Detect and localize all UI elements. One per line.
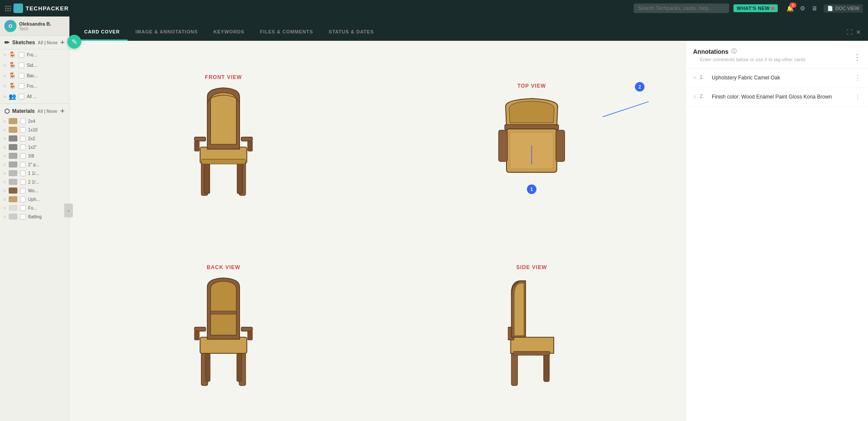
material-swatch [9, 144, 17, 150]
material-item-6[interactable]: ≡ 2" p... [0, 160, 69, 169]
sketch-item-5[interactable]: ≡ 👥 All ... [0, 91, 69, 102]
front-view-chair [183, 85, 264, 197]
svg-rect-12 [499, 130, 507, 161]
monitor-icon[interactable]: 🖥 [812, 5, 818, 12]
svg-rect-9 [248, 141, 253, 151]
material-item-7[interactable]: ≡ 1 1/... [0, 169, 69, 178]
content-row: FRONT VIEW [69, 41, 868, 421]
topbar: TECHPACKER WHAT'S NEW 🔔 5 ⚙ 🖥 📄 DOC VIEW [0, 0, 868, 16]
svg-rect-14 [510, 132, 553, 169]
side-view-label: SIDE VIEW [516, 264, 547, 270]
material-swatch [9, 153, 17, 159]
annotation-item-2: ≡ 2. Finish color: Wood Enamel Paint Glo… [686, 88, 868, 107]
tab-bar: CARD COVER IMAGE & ANNOTATIONS KEYWORDS … [69, 16, 868, 41]
sketches-title: ✏ Sketches All | None [4, 39, 58, 46]
material-swatch [9, 161, 17, 168]
app-icon [13, 3, 23, 13]
annotation-more-menu-2[interactable]: ⋮ [854, 93, 861, 101]
material-item-2[interactable]: ≡ 1x10 [0, 125, 69, 134]
annotations-info-icon[interactable]: ⓘ [731, 48, 736, 55]
left-sidebar: O Oleksandra B. Tech ✏ Sketches All | No… [0, 16, 69, 421]
material-item-10[interactable]: ≡ Uph... [0, 195, 69, 204]
svg-rect-22 [194, 327, 206, 331]
material-item-12[interactable]: ≡ Batting [0, 212, 69, 221]
top-view-chair [488, 93, 575, 189]
add-material-icon[interactable]: + [60, 107, 65, 115]
svg-rect-3 [237, 163, 243, 194]
annotation-number-2: 2. [700, 93, 708, 99]
material-item-3[interactable]: ≡ 2x2 [0, 134, 69, 143]
search-input[interactable] [634, 3, 729, 13]
settings-icon[interactable]: ⚙ [800, 5, 806, 12]
annotations-subtitle: Enter comments below or use # to tag oth… [693, 55, 812, 66]
edit-fab[interactable]: ✎ [67, 35, 81, 49]
user-name: Oleksandra B. [19, 21, 51, 26]
svg-line-15 [602, 102, 649, 117]
annotation-more-menu-1[interactable]: ⋮ [854, 74, 861, 82]
material-swatch [9, 118, 17, 124]
svg-rect-19 [205, 353, 210, 382]
svg-rect-8 [194, 141, 199, 151]
annotations-title: Annotations ⓘ [693, 48, 812, 55]
avatar: O [4, 20, 16, 32]
main-area: CARD COVER IMAGE & ANNOTATIONS KEYWORDS … [69, 16, 868, 421]
back-view-label: BACK VIEW [207, 264, 240, 270]
sketch-item-3[interactable]: ≡ 🪑 Bac... [0, 70, 69, 81]
material-swatch [9, 205, 17, 211]
material-swatch [9, 127, 17, 133]
annotation-number-1: 1. [700, 74, 708, 80]
whats-new-dot [771, 7, 774, 10]
material-item-1[interactable]: ≡ 2x4 [0, 117, 69, 125]
fullscreen-icon[interactable]: ⛶ [846, 29, 852, 36]
back-view-cell: BACK VIEW [69, 231, 378, 421]
material-item-11[interactable]: ≡ Fo... [0, 204, 69, 212]
top-view-label: TOP VIEW [517, 83, 546, 89]
annotation-text-1: Upholstery Fabric Camel Oak [712, 74, 851, 82]
svg-rect-23 [241, 327, 253, 331]
side-view-chair [491, 275, 572, 388]
user-tag: Tech [19, 26, 51, 31]
material-swatch [9, 196, 17, 202]
app-logo: TECHPACKER [5, 3, 69, 13]
svg-rect-13 [556, 130, 565, 161]
annotation-text-2: Finish color: Wood Enamel Paint Gloss Ko… [712, 93, 851, 101]
topbar-icons: 🔔 5 ⚙ 🖥 📄 DOC VIEW [786, 4, 863, 13]
back-view-chair [183, 275, 264, 388]
annotations-more-menu[interactable]: ⋮ [853, 53, 861, 62]
material-item-9[interactable]: ≡ Wo... [0, 186, 69, 195]
user-area: O Oleksandra B. Tech [0, 16, 69, 36]
svg-rect-2 [204, 163, 210, 194]
material-item-8[interactable]: ≡ 2 1/... [0, 178, 69, 186]
tab-status-dates[interactable]: STATUS & DATES [321, 24, 381, 41]
material-item-5[interactable]: ≡ 3/8 [0, 151, 69, 160]
material-item-4[interactable]: ≡ 1x2" [0, 143, 69, 151]
material-swatch [9, 170, 17, 176]
tab-controls: ⛶ ✕ [846, 29, 861, 41]
doc-view-button[interactable]: 📄 DOC VIEW [824, 4, 863, 13]
material-swatch [9, 135, 17, 141]
drag-handle-1[interactable]: ≡ [693, 75, 696, 81]
notification-badge: 5 [789, 3, 796, 8]
tab-card-cover[interactable]: CARD COVER [76, 24, 128, 41]
menu-icon[interactable] [5, 6, 11, 11]
tab-keywords[interactable]: KEYWORDS [206, 24, 252, 41]
image-panel: FRONT VIEW [69, 41, 686, 421]
collapse-sidebar-button[interactable]: ‹ [64, 204, 73, 217]
tab-image-annotations[interactable]: IMAGE & ANNOTATIONS [128, 24, 206, 41]
add-sketch-icon[interactable]: + [60, 39, 65, 46]
annotation-item-1: ≡ 1. Upholstery Fabric Camel Oak ⋮ [686, 69, 868, 88]
notification-icon[interactable]: 🔔 5 [786, 5, 794, 12]
close-icon[interactable]: ✕ [856, 29, 861, 36]
whats-new-button[interactable]: WHAT'S NEW [733, 4, 778, 12]
svg-rect-7 [241, 137, 253, 141]
top-view-cell: TOP VIEW 2 [378, 41, 686, 231]
sketch-item-1[interactable]: ≡ 🪑 Fro... [0, 49, 69, 60]
tab-files-comments[interactable]: FILES & COMMENTS [252, 24, 321, 41]
material-swatch [9, 214, 17, 220]
sketch-item-4[interactable]: ≡ 🪑 Fro... [0, 81, 69, 91]
drag-handle-2[interactable]: ≡ [693, 94, 696, 100]
front-view-cell: FRONT VIEW [69, 41, 378, 231]
annotation-pin-1[interactable]: 1 [527, 184, 536, 194]
sketch-item-2[interactable]: ≡ 🪑 Sid... [0, 60, 69, 70]
annotation-pin-2[interactable]: 2 [635, 82, 644, 92]
